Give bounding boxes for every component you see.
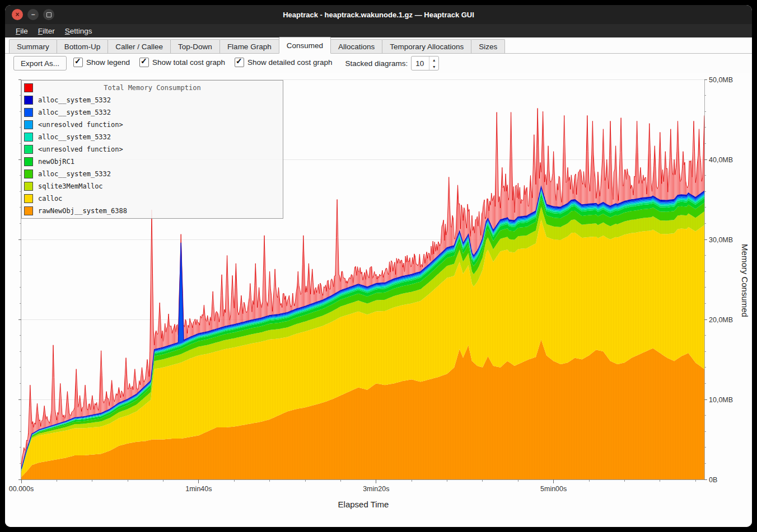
tab-top-down[interactable]: Top-Down <box>170 39 220 53</box>
export-as-button[interactable]: Export As... <box>13 56 67 70</box>
spin-down-button[interactable]: ▾ <box>429 63 438 70</box>
y-tick-label: 10,0MB <box>709 396 733 404</box>
legend-item: alloc__system_5332 <box>22 94 283 106</box>
x-tick-label: 00.000s <box>9 485 34 493</box>
toolbar: Export As... Show legendShow total cost … <box>5 54 752 73</box>
tab-bar: SummaryBottom-UpCaller / CalleeTop-DownF… <box>5 37 752 54</box>
legend-swatch <box>24 83 33 92</box>
maximize-button[interactable] <box>43 9 54 20</box>
close-icon: × <box>15 11 19 18</box>
tab-temporary-allocations[interactable]: Temporary Allocations <box>382 39 471 53</box>
legend-title-row: Total Memory Consumption <box>22 82 283 94</box>
toolbar-checkboxes: Show legendShow total cost graphShow det… <box>73 58 342 69</box>
stack-texture <box>21 187 704 479</box>
legend-swatch <box>24 133 33 142</box>
legend-item-label: rawNewObj__system_6388 <box>38 207 127 215</box>
stacked-diagrams-label: Stacked diagrams: <box>345 59 408 68</box>
x-tick-label: 5min00s <box>540 485 567 493</box>
legend-item: rawNewObj__system_6388 <box>22 205 283 217</box>
y-tick-label: 50,0MB <box>709 76 733 84</box>
checkbox-label: Show legend <box>86 58 130 67</box>
legend-swatch <box>24 120 33 129</box>
legend-swatch <box>24 145 33 154</box>
minimize-button[interactable]: − <box>27 9 39 20</box>
legend-item: newObjRC1 <box>22 156 283 168</box>
tab-caller-callee[interactable]: Caller / Callee <box>108 39 171 53</box>
checkbox-box-icon <box>73 58 83 67</box>
legend-swatch <box>24 194 33 203</box>
checkbox-show-detailed-cost-graph[interactable]: Show detailed cost graph <box>235 58 333 67</box>
legend-swatch <box>24 182 33 191</box>
y-tick-label: 40,0MB <box>709 156 733 164</box>
tab-summary[interactable]: Summary <box>9 39 57 53</box>
minimize-icon: − <box>31 11 35 18</box>
tab-sizes[interactable]: Sizes <box>471 39 505 53</box>
legend-swatch <box>24 170 33 178</box>
legend-item-label: alloc__system_5332 <box>38 133 111 141</box>
y-tick-label: 20,0MB <box>709 316 733 324</box>
legend-item-label: sqlite3MemMalloc <box>38 182 103 190</box>
legend-swatch <box>24 206 33 215</box>
menubar: FileFilterSettings <box>5 24 752 37</box>
legend-item: calloc <box>22 192 283 205</box>
stacked-areas <box>21 187 704 479</box>
legend-title: Total Memory Consumption <box>104 84 200 92</box>
checkbox-label: Show detailed cost graph <box>247 58 333 67</box>
legend-item-label: calloc <box>38 195 62 203</box>
stacked-diagrams-spinbox[interactable]: 10 ▴ ▾ <box>411 56 439 70</box>
checkbox-show-total-cost-graph[interactable]: Show total cost graph <box>139 58 225 67</box>
legend-item-label: <unresolved function> <box>38 121 123 129</box>
menubar-item-settings[interactable]: Settings <box>60 24 97 37</box>
menubar-item-file[interactable]: File <box>11 24 33 37</box>
stacked-diagrams-value: 10 <box>412 57 429 70</box>
spinner-buttons: ▴ ▾ <box>429 57 438 70</box>
checkbox-box-icon <box>235 58 244 67</box>
legend-item: <unresolved function> <box>22 119 283 131</box>
y-tick-label: 0B <box>709 476 717 484</box>
legend-item: alloc__system_5332 <box>22 168 283 180</box>
spin-up-button[interactable]: ▴ <box>429 57 438 63</box>
legend-swatch <box>24 96 33 105</box>
window-controls: × − <box>12 5 54 24</box>
tab-consumed[interactable]: Consumed <box>279 37 331 54</box>
close-button[interactable]: × <box>12 9 23 20</box>
legend-item: sqlite3MemMalloc <box>22 180 283 192</box>
app-window: × − Heaptrack - heaptrack.wakunode.1.gz … <box>5 5 752 527</box>
chart-legend: Total Memory Consumptionalloc__system_53… <box>21 80 283 219</box>
legend-item-label: <unresolved function> <box>38 145 123 153</box>
chart-area: 00.000s1min40s3min20s5min00s0B10,0MB20,0… <box>5 73 752 527</box>
y-axis-title: Memory Consumed <box>740 244 750 317</box>
legend-item-label: newObjRC1 <box>38 158 74 166</box>
legend-swatch <box>24 157 33 166</box>
legend-swatch <box>24 108 33 117</box>
x-tick-label: 1min40s <box>185 485 212 493</box>
menubar-item-filter[interactable]: Filter <box>33 24 60 37</box>
checkbox-label: Show total cost graph <box>152 58 225 67</box>
legend-item-label: alloc__system_5332 <box>38 96 111 104</box>
x-axis-title: Elapsed Time <box>5 500 722 509</box>
tab-flame-graph[interactable]: Flame Graph <box>219 39 279 53</box>
legend-item-label: alloc__system_5332 <box>38 170 111 178</box>
tab-bottom-up[interactable]: Bottom-Up <box>57 39 109 53</box>
maximize-icon <box>46 12 52 17</box>
legend-item: alloc__system_5332 <box>22 131 283 143</box>
checkbox-show-legend[interactable]: Show legend <box>73 58 130 67</box>
window-title: Heaptrack - heaptrack.wakunode.1.gz — He… <box>5 11 752 19</box>
y-axis-title-wrap: Memory Consumed <box>737 73 752 488</box>
legend-item-label: alloc__system_5332 <box>38 109 111 116</box>
checkbox-box-icon <box>139 58 149 67</box>
tab-allocations[interactable]: Allocations <box>330 39 382 53</box>
legend-item: alloc__system_5332 <box>22 106 283 119</box>
y-tick-label: 30,0MB <box>709 236 733 244</box>
x-tick-label: 3min20s <box>363 485 389 493</box>
legend-item: <unresolved function> <box>22 143 283 156</box>
titlebar: × − Heaptrack - heaptrack.wakunode.1.gz … <box>5 5 752 24</box>
